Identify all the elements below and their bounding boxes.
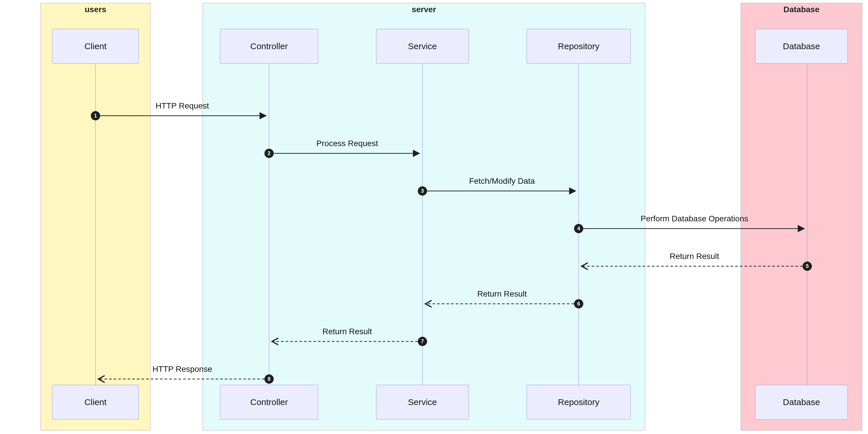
msg4-label: Perform Database Operations bbox=[585, 214, 804, 223]
lifeline-database bbox=[807, 64, 808, 385]
participant-label: Service bbox=[408, 397, 437, 407]
msg5-label: Return Result bbox=[585, 252, 804, 261]
participant-repository-bottom: Repository bbox=[527, 385, 631, 420]
group-database-title: Database bbox=[741, 5, 862, 14]
step-4-badge: 4 bbox=[574, 224, 583, 233]
step-1-badge: 1 bbox=[91, 111, 100, 120]
participant-database-top: Database bbox=[755, 29, 848, 64]
step-6-badge: 6 bbox=[574, 299, 583, 308]
step-2-badge: 2 bbox=[265, 149, 274, 158]
sequence-diagram: users server Database Client Controller … bbox=[0, 0, 868, 434]
step-5-badge: 5 bbox=[803, 261, 812, 271]
step-8-badge: 8 bbox=[265, 374, 274, 384]
participant-repository-top: Repository bbox=[527, 29, 631, 64]
participant-client-bottom: Client bbox=[52, 385, 139, 420]
msg8-label: HTTP Response bbox=[101, 365, 263, 374]
group-server-title: server bbox=[203, 5, 645, 14]
participant-service-top: Service bbox=[376, 29, 469, 64]
lifeline-controller bbox=[269, 64, 269, 385]
msg2-label: Process Request bbox=[275, 139, 420, 148]
group-users-title: users bbox=[41, 5, 150, 14]
participant-controller-top: Controller bbox=[220, 29, 318, 64]
participant-service-bottom: Service bbox=[376, 385, 469, 420]
participant-label: Repository bbox=[558, 397, 599, 407]
participant-database-bottom: Database bbox=[755, 385, 848, 420]
participant-label: Client bbox=[85, 41, 107, 51]
participant-label: Service bbox=[408, 41, 437, 51]
participant-label: Controller bbox=[250, 41, 288, 51]
participant-label: Database bbox=[783, 41, 820, 51]
msg6-label: Return Result bbox=[428, 289, 576, 299]
step-3-badge: 3 bbox=[418, 186, 427, 195]
participant-label: Repository bbox=[558, 41, 599, 51]
participant-client-top: Client bbox=[52, 29, 139, 64]
participant-controller-bottom: Controller bbox=[220, 385, 318, 420]
msg1-label: HTTP Request bbox=[101, 101, 263, 111]
msg3-label: Fetch/Modify Data bbox=[428, 177, 576, 186]
msg7-label: Return Result bbox=[275, 327, 420, 336]
participant-label: Controller bbox=[250, 397, 288, 407]
participant-label: Database bbox=[783, 397, 820, 407]
participant-label: Client bbox=[85, 397, 107, 407]
step-7-badge: 7 bbox=[418, 337, 427, 346]
